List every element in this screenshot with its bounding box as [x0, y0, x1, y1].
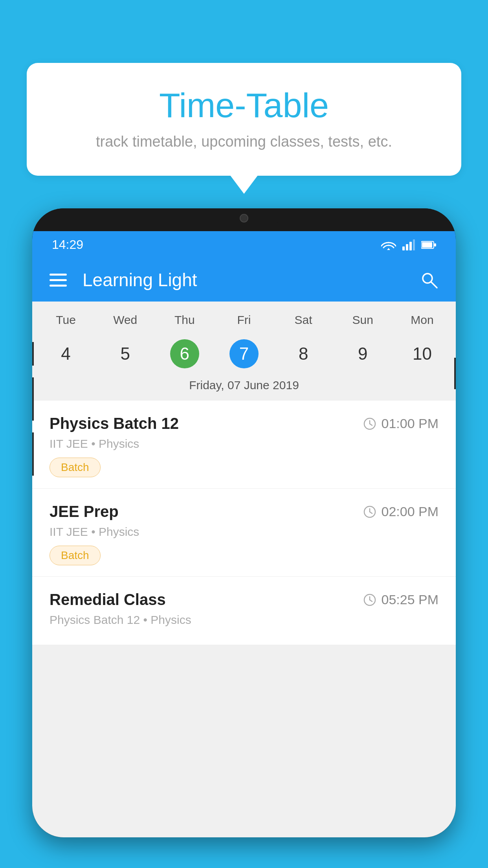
phone-frame: 14:29 — [32, 208, 456, 837]
schedule-title-1: Physics Batch 12 — [50, 415, 179, 432]
svg-line-11 — [370, 424, 372, 425]
schedule-meta-1: IIT JEE • Physics — [50, 437, 438, 451]
hamburger-menu-icon[interactable] — [50, 274, 67, 287]
schedule-item-1-header: Physics Batch 12 01:00 PM — [50, 415, 438, 432]
day-label-fri: Fri — [214, 309, 273, 331]
clock-icon-1 — [363, 417, 376, 430]
bubble-subtitle: track timetable, upcoming classes, tests… — [50, 133, 438, 150]
app-bar: Learning Light — [32, 258, 456, 302]
schedule-item-2-header: JEE Prep 02:00 PM — [50, 503, 438, 520]
signal-icon — [402, 239, 415, 250]
speech-bubble-section: Time-Table track timetable, upcoming cla… — [27, 63, 461, 176]
schedule-meta-2: IIT JEE • Physics — [50, 525, 438, 539]
time-text-3: 05:25 PM — [381, 592, 438, 607]
schedule-meta-3: Physics Batch 12 • Physics — [50, 613, 438, 627]
svg-point-7 — [423, 274, 432, 283]
schedule-item-2[interactable]: JEE Prep 02:00 PM IIT JEE • Physics Batc… — [32, 489, 456, 577]
date-8[interactable]: 8 — [274, 334, 333, 374]
phone-notch — [209, 208, 279, 228]
selected-date-label: Friday, 07 June 2019 — [32, 374, 456, 397]
date-today-circle: 6 — [170, 339, 199, 368]
svg-rect-3 — [413, 239, 415, 250]
calendar-days-header: Tue Wed Thu Fri Sat Sun Mon — [32, 309, 456, 331]
power-button[interactable] — [454, 358, 456, 389]
schedule-title-2: JEE Prep — [50, 503, 119, 520]
date-10[interactable]: 10 — [393, 334, 452, 374]
day-label-sat: Sat — [274, 309, 333, 331]
svg-line-17 — [370, 600, 372, 601]
search-icon[interactable] — [420, 270, 438, 289]
hamburger-line — [50, 279, 67, 281]
schedule-time-2: 02:00 PM — [363, 504, 438, 519]
svg-line-8 — [431, 282, 437, 288]
mute-button[interactable] — [32, 342, 34, 366]
wifi-icon — [381, 239, 396, 250]
batch-badge-2: Batch — [50, 546, 101, 565]
schedule-title-3: Remedial Class — [50, 591, 166, 609]
hamburger-line — [50, 285, 67, 287]
svg-line-14 — [370, 512, 372, 513]
camera-dot — [240, 214, 248, 223]
day-label-thu: Thu — [155, 309, 214, 331]
schedule-item-3[interactable]: Remedial Class 05:25 PM Physics Batch 12… — [32, 577, 456, 645]
status-icons — [381, 239, 436, 250]
batch-badge-1: Batch — [50, 458, 101, 477]
schedule-item-1[interactable]: Physics Batch 12 01:00 PM IIT JEE • Phys… — [32, 401, 456, 489]
date-4[interactable]: 4 — [36, 334, 95, 374]
schedule-time-3: 05:25 PM — [363, 592, 438, 607]
date-9[interactable]: 9 — [333, 334, 393, 374]
clock-icon-3 — [363, 593, 376, 607]
schedule-time-1: 01:00 PM — [363, 416, 438, 431]
date-selected-circle: 7 — [229, 339, 259, 368]
day-label-sun: Sun — [333, 309, 393, 331]
date-7[interactable]: 7 — [214, 334, 273, 374]
day-label-wed: Wed — [95, 309, 155, 331]
hamburger-line — [50, 274, 67, 276]
battery-icon — [421, 241, 436, 249]
schedule-list: Physics Batch 12 01:00 PM IIT JEE • Phys… — [32, 401, 456, 645]
date-6[interactable]: 6 — [155, 334, 214, 374]
phone-screen: Tue Wed Thu Fri Sat Sun Mon 4 5 6 7 — [32, 302, 456, 837]
svg-rect-2 — [409, 242, 412, 250]
calendar-dates: 4 5 6 7 8 9 10 — [32, 334, 456, 374]
app-title: Learning Light — [83, 269, 404, 291]
svg-rect-0 — [402, 246, 405, 250]
phone-mockup: 14:29 — [32, 208, 456, 868]
day-label-mon: Mon — [393, 309, 452, 331]
bubble-title: Time-Table — [50, 86, 438, 125]
svg-rect-1 — [406, 244, 408, 250]
volume-down-button[interactable] — [32, 432, 34, 476]
speech-bubble: Time-Table track timetable, upcoming cla… — [27, 63, 461, 176]
volume-up-button[interactable] — [32, 377, 34, 421]
day-label-tue: Tue — [36, 309, 95, 331]
svg-rect-5 — [422, 242, 432, 248]
status-time: 14:29 — [52, 237, 83, 252]
time-text-2: 02:00 PM — [381, 504, 438, 519]
clock-icon-2 — [363, 505, 376, 519]
svg-rect-6 — [434, 243, 436, 246]
status-bar: 14:29 — [32, 231, 456, 258]
calendar-section: Tue Wed Thu Fri Sat Sun Mon 4 5 6 7 — [32, 302, 456, 401]
date-5[interactable]: 5 — [95, 334, 155, 374]
schedule-item-3-header: Remedial Class 05:25 PM — [50, 591, 438, 609]
time-text-1: 01:00 PM — [381, 416, 438, 431]
